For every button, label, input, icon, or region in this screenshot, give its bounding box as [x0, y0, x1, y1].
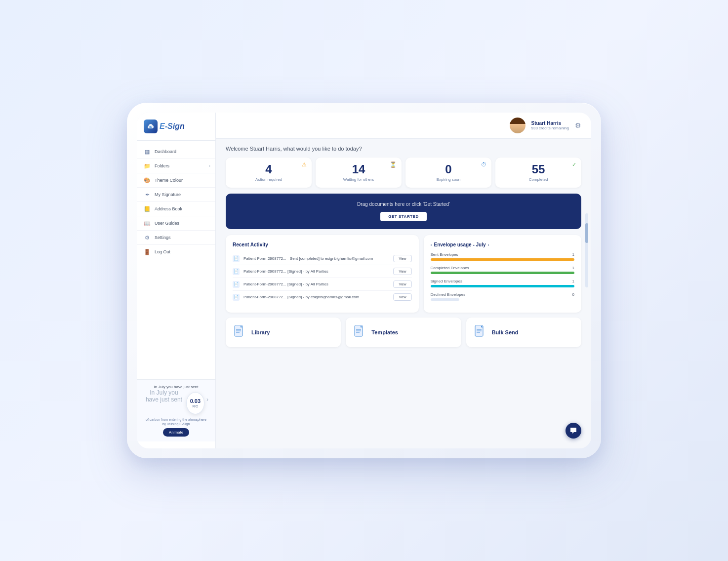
bottom-card-bulk send[interactable]: Bulk Send — [466, 318, 581, 347]
progress-bar-2 — [431, 285, 575, 287]
activity-item-1: 📄 Patient-Form-2908772... [Signed] - by … — [233, 265, 412, 278]
upload-area: Drag documents here or click 'Get Starte… — [226, 194, 581, 229]
header: Stuart Harris 933 credits remaining ⚙ — [216, 113, 591, 139]
envelope-title: ‹ Envelope usage - July › — [431, 242, 489, 247]
stat-icon-1: ⏳ — [390, 161, 397, 168]
sidebar-item-dashboard[interactable]: ▦ Dashboard — [137, 145, 215, 159]
envelope-row-1: Completed Envelopes 1 — [431, 266, 575, 274]
view-button-3[interactable]: View — [393, 293, 411, 301]
stat-number-1: 14 — [322, 163, 396, 175]
stat-label-3: Completed — [501, 177, 575, 182]
logo-icon — [144, 120, 158, 133]
bottom-card-templates[interactable]: Templates — [346, 318, 461, 347]
nav-icon: 📁 — [144, 162, 151, 169]
activity-item-3: 📄 Patient-Form-2908772... [Signed] - by … — [233, 291, 412, 303]
nav-label: Dashboard — [155, 149, 176, 154]
scrollbar-track[interactable] — [585, 213, 588, 287]
sidebar: E-Sign ▦ Dashboard 📁 Folders › 🎨 Theme C… — [137, 113, 216, 448]
stat-icon-0: ⚠ — [302, 161, 307, 168]
settings-icon[interactable]: ⚙ — [575, 121, 581, 129]
animate-button[interactable]: Animate — [163, 428, 189, 437]
sidebar-carbon: In July you have just sent In July you h… — [137, 379, 215, 441]
nav-icon: 🚪 — [144, 248, 151, 255]
avatar — [510, 118, 526, 133]
envelope-row-2: Signed Envelopes 1 — [431, 279, 575, 287]
stats-row: ⚠ 4 Action required ⏳ 14 Waiting for oth… — [226, 158, 581, 188]
carbon-cloud: 0.03 KC — [186, 392, 204, 414]
scrollbar-thumb — [585, 223, 588, 243]
nav-label: My Signature — [155, 192, 181, 197]
carbon-chevron-right[interactable]: › — [206, 396, 208, 403]
sidebar-item-folders[interactable]: 📁 Folders › — [137, 159, 215, 173]
nav-label: User Guides — [155, 221, 179, 226]
bottom-card-library[interactable]: Library — [226, 318, 341, 347]
carbon-chevron-left[interactable]: In July you have just sent — [144, 389, 184, 403]
activity-icon-0: 📄 — [233, 255, 240, 262]
stat-card-0: ⚠ 4 Action required — [226, 158, 312, 188]
envelope-row-value-2: 1 — [572, 279, 574, 283]
stat-label-0: Action required — [232, 177, 306, 182]
user-info: Stuart Harris 933 credits remaining — [531, 120, 569, 130]
nav-icon: ✒ — [144, 191, 151, 198]
view-button-0[interactable]: View — [393, 255, 411, 262]
bottom-card-label-2: Bulk Send — [492, 329, 519, 335]
stat-label-2: Expiring soon — [411, 177, 485, 182]
stat-label-1: Waiting for others — [322, 177, 396, 182]
recent-activity-card: Recent Activity 📄 Patient-Form-2908772..… — [226, 235, 419, 313]
nav-icon: ⚙ — [144, 234, 151, 241]
stat-icon-2: ⏱ — [481, 161, 486, 167]
nav-label: Settings — [155, 235, 171, 240]
sidebar-item-theme-colour[interactable]: 🎨 Theme Colour — [137, 173, 215, 188]
nav-icon: 📒 — [144, 205, 151, 212]
envelope-row-label-0: Sent Envelopes — [431, 252, 458, 257]
sidebar-item-my-signature[interactable]: ✒ My Signature — [137, 188, 215, 202]
envelope-rows: Sent Envelopes 1 Completed Envelopes 1 S… — [431, 252, 575, 301]
envelope-chevron-left[interactable]: ‹ — [431, 242, 432, 247]
stat-card-3: ✓ 55 Completed — [495, 158, 581, 188]
sidebar-item-address-book[interactable]: 📒 Address Book — [137, 202, 215, 216]
sidebar-item-settings[interactable]: ⚙ Settings — [137, 231, 215, 245]
nav-icon: 📖 — [144, 220, 151, 227]
envelope-row-3: Declined Envelopes 0 — [431, 292, 575, 301]
activity-item-0: 📄 Patient-Form-2908772... - Sent [comple… — [233, 252, 412, 265]
activity-icon-3: 📄 — [233, 294, 240, 301]
activity-text-3: Patient-Form-2908772... [Signed] - by es… — [243, 295, 389, 299]
nav-icon: 🎨 — [144, 177, 151, 184]
stat-icon-3: ✓ — [572, 161, 576, 168]
envelope-row-label-2: Signed Envelopes — [431, 279, 463, 283]
view-button-1[interactable]: View — [393, 268, 411, 275]
user-name: Stuart Harris — [531, 120, 569, 126]
logo: E-Sign — [144, 120, 208, 133]
envelope-row-value-1: 1 — [572, 266, 574, 270]
view-button-2[interactable]: View — [393, 280, 411, 288]
stat-number-2: 0 — [411, 163, 485, 175]
bottom-card-icon-2 — [473, 324, 487, 340]
envelope-row-0: Sent Envelopes 1 — [431, 252, 575, 261]
chat-button[interactable] — [566, 423, 581, 439]
envelope-header: ‹ Envelope usage - July › — [431, 242, 575, 247]
two-col: Recent Activity 📄 Patient-Form-2908772..… — [226, 235, 581, 313]
envelope-usage-card: ‹ Envelope usage - July › Sent Envelopes… — [424, 235, 582, 313]
progress-bar-0 — [431, 258, 575, 261]
envelope-row-label-1: Completed Envelopes — [431, 266, 469, 270]
nav-label: Address Book — [155, 206, 182, 211]
carbon-unit: KC — [193, 404, 199, 408]
welcome-text: Welcome Stuart Harris, what would you li… — [226, 146, 581, 152]
activity-text-0: Patient-Form-2908772... - Sent [complete… — [243, 256, 389, 261]
progress-bar-1 — [431, 272, 575, 274]
nav-label: Log Out — [155, 249, 170, 254]
stat-number-0: 4 — [232, 163, 306, 175]
bottom-card-icon-0 — [233, 324, 246, 340]
bottom-row: Library Templates Bulk Send — [226, 318, 581, 347]
sidebar-item-log-out[interactable]: 🚪 Log Out — [137, 245, 215, 259]
envelope-row-value-0: 1 — [572, 252, 574, 257]
get-started-button[interactable]: GET STARTED — [380, 212, 426, 221]
stat-number-3: 55 — [501, 163, 575, 175]
sidebar-item-user-guides[interactable]: 📖 User Guides — [137, 216, 215, 231]
dashboard: Welcome Stuart Harris, what would you li… — [216, 139, 591, 448]
activity-text-1: Patient-Form-2908772... [Signed] - by Al… — [243, 269, 389, 274]
activity-list: 📄 Patient-Form-2908772... - Sent [comple… — [233, 252, 412, 303]
logo-text: E-Sign — [160, 122, 185, 131]
nav-label: Folders — [155, 163, 169, 168]
envelope-chevron-right[interactable]: › — [488, 242, 489, 247]
